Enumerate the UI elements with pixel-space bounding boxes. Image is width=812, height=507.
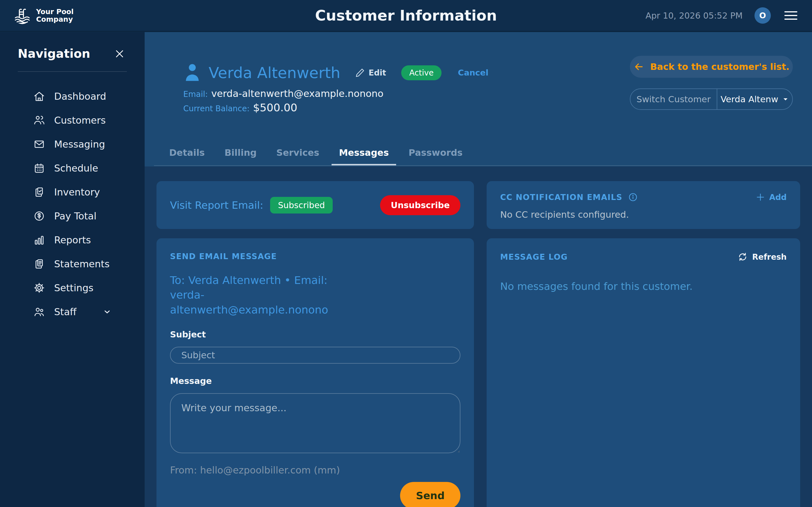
- switch-customer-value: Verda Altenw: [721, 94, 778, 104]
- sidebar-item-label: Staff: [54, 306, 77, 318]
- add-cc-button[interactable]: Add: [756, 192, 786, 202]
- subject-input[interactable]: [170, 347, 460, 363]
- page: Your Pool Company Customer Information A…: [0, 0, 812, 507]
- edit-button[interactable]: Edit: [355, 68, 386, 78]
- customers-icon: [33, 114, 45, 126]
- sidebar-item-inventory[interactable]: Inventory: [0, 180, 145, 204]
- customer-email-row: Email:verda-altenwerth@example.nonono: [183, 88, 384, 99]
- sidebar-item-reports[interactable]: Reports: [0, 228, 145, 252]
- tab-passwords[interactable]: Passwords: [401, 147, 470, 165]
- caret-down-icon: [782, 96, 789, 103]
- sidebar-item-label: Dashboard: [54, 91, 106, 102]
- user-avatar[interactable]: O: [755, 7, 771, 24]
- cc-empty-text: No CC recipients configured.: [500, 209, 786, 220]
- sidebar-item-label: Messaging: [54, 138, 105, 150]
- messages-tab-panel: Visit Report Email: Subscribed Unsubscri…: [145, 166, 812, 507]
- sidebar-item-staff[interactable]: Staff: [0, 300, 145, 324]
- customer-avatar-icon: [183, 62, 201, 83]
- calendar-icon: [33, 162, 45, 174]
- sidebar: Navigation Dashboard Customers: [0, 32, 145, 507]
- gear-icon: [33, 282, 45, 294]
- refresh-icon: [738, 252, 748, 262]
- sidebar-item-statements[interactable]: Statements: [0, 252, 145, 276]
- sidebar-nav: Dashboard Customers Messaging: [0, 84, 145, 324]
- sidebar-item-pay-total[interactable]: Pay Total: [0, 204, 145, 228]
- info-icon[interactable]: [628, 192, 638, 202]
- home-icon: [33, 91, 45, 102]
- message-log-title: MESSAGE LOG: [500, 252, 568, 262]
- balance-label: Current Balance:: [183, 104, 250, 113]
- current-datetime: Apr 10, 2026 05:52 PM: [645, 11, 743, 20]
- unsubscribe-button[interactable]: Unsubscribe: [380, 195, 460, 215]
- email-label: Email:: [183, 90, 208, 99]
- close-icon[interactable]: [114, 48, 125, 59]
- tab-bar: Details Billing Services Messages Passwo…: [154, 146, 812, 166]
- main-content: Verda Altenwerth Edit Active Cancel Emai…: [145, 32, 812, 507]
- send-button[interactable]: Send: [400, 482, 460, 507]
- clipboard-check-icon: [33, 186, 45, 198]
- email-to-line: To: Verda Altenwerth • Email: verda-alte…: [170, 273, 345, 317]
- cancel-link[interactable]: Cancel: [458, 68, 488, 77]
- send-email-card: SEND EMAIL MESSAGE To: Verda Altenwerth …: [156, 238, 474, 507]
- statement-icon: [33, 258, 45, 270]
- sidebar-item-settings[interactable]: Settings: [0, 276, 145, 300]
- refresh-button[interactable]: Refresh: [738, 252, 786, 262]
- sidebar-item-label: Reports: [54, 234, 91, 245]
- sidebar-divider: [18, 71, 127, 72]
- tab-billing[interactable]: Billing: [217, 147, 264, 165]
- sidebar-item-label: Settings: [54, 282, 93, 293]
- tab-details[interactable]: Details: [162, 147, 212, 165]
- sidebar-item-customers[interactable]: Customers: [0, 108, 145, 132]
- chevron-down-icon: [103, 307, 111, 316]
- visit-report-card: Visit Report Email: Subscribed Unsubscri…: [156, 181, 474, 229]
- message-log-empty-text: No messages found for this customer.: [500, 281, 786, 292]
- sidebar-item-label: Statements: [54, 258, 110, 270]
- sidebar-item-schedule[interactable]: Schedule: [0, 156, 145, 180]
- cc-notification-title: CC NOTIFICATION EMAILS: [500, 193, 622, 202]
- switch-customer-dropdown[interactable]: Switch Customer Verda Altenw: [630, 89, 793, 110]
- sidebar-item-label: Inventory: [54, 186, 100, 198]
- pool-ladder-logo-icon: [13, 6, 32, 25]
- pencil-icon: [355, 68, 365, 78]
- hamburger-menu-icon[interactable]: [783, 10, 799, 21]
- status-badge: Active: [401, 65, 442, 80]
- switch-customer-label: Switch Customer: [630, 89, 717, 109]
- message-label: Message: [170, 376, 460, 386]
- message-log-card: MESSAGE LOG Refresh No messages found fo…: [487, 238, 800, 507]
- sidebar-item-label: Schedule: [54, 163, 98, 174]
- arrow-left-icon: [633, 61, 645, 72]
- sidebar-item-label: Pay Total: [54, 210, 96, 222]
- send-email-title: SEND EMAIL MESSAGE: [170, 252, 460, 261]
- from-line: From: hello@ezpoolbiller.com (mm): [170, 464, 460, 476]
- subject-label: Subject: [170, 330, 460, 339]
- customer-balance-row: Current Balance:$500.00: [183, 101, 297, 114]
- message-textarea[interactable]: [170, 393, 460, 453]
- customer-name: Verda Altenwerth: [209, 64, 340, 82]
- subscribed-badge: Subscribed: [270, 197, 333, 214]
- visit-report-label: Visit Report Email:: [170, 200, 263, 211]
- sidebar-item-label: Customers: [54, 115, 106, 126]
- envelope-icon: [33, 138, 45, 150]
- dollar-icon: [33, 210, 45, 222]
- bar-chart-icon: [33, 234, 45, 246]
- tab-services[interactable]: Services: [269, 147, 326, 165]
- brand-logo: Your Pool Company: [13, 6, 73, 25]
- cc-notification-card: CC NOTIFICATION EMAILS Add No CC: [487, 181, 800, 229]
- email-value: verda-altenwerth@example.nonono: [211, 88, 384, 99]
- brand-name: Your Pool Company: [36, 8, 73, 23]
- sidebar-item-messaging[interactable]: Messaging: [0, 132, 145, 156]
- back-to-customers-button[interactable]: Back to the customer's list.: [630, 56, 793, 78]
- staff-icon: [33, 306, 45, 318]
- sidebar-item-dashboard[interactable]: Dashboard: [0, 84, 145, 108]
- app-header: Your Pool Company Customer Information A…: [0, 0, 812, 32]
- sidebar-title: Navigation: [18, 47, 90, 61]
- plus-icon: [756, 192, 765, 202]
- tab-messages[interactable]: Messages: [332, 147, 396, 165]
- balance-value: $500.00: [253, 101, 297, 114]
